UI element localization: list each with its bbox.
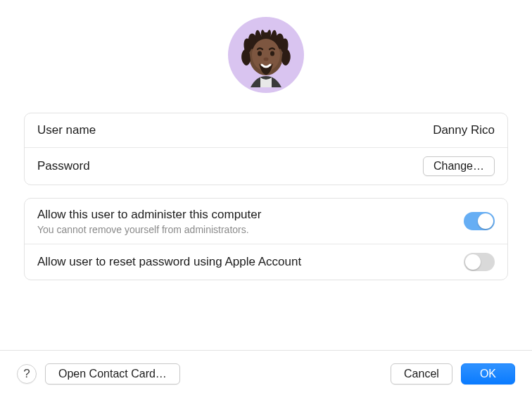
- dialog-footer: ? Open Contact Card… Cancel OK: [0, 350, 532, 400]
- username-row: User name Danny Rico: [25, 113, 507, 147]
- user-settings-dialog: User name Danny Rico Password Change… Al…: [0, 0, 532, 400]
- avatar-icon: [229, 18, 303, 92]
- user-avatar[interactable]: [228, 17, 304, 93]
- svg-point-3: [258, 51, 262, 56]
- toggle-knob: [465, 254, 481, 270]
- user-info-section: User name Danny Rico Password Change…: [24, 113, 508, 185]
- permissions-section: Allow this user to administer this compu…: [24, 198, 508, 280]
- username-label: User name: [37, 123, 96, 138]
- admin-text: Allow this user to administer this compu…: [37, 207, 261, 235]
- admin-row: Allow this user to administer this compu…: [25, 199, 507, 244]
- toggle-knob: [478, 213, 493, 229]
- cancel-button[interactable]: Cancel: [391, 363, 452, 385]
- svg-point-5: [264, 58, 269, 61]
- admin-label: Allow this user to administer this compu…: [37, 207, 261, 223]
- admin-toggle[interactable]: [464, 212, 495, 230]
- open-contact-card-button[interactable]: Open Contact Card…: [45, 363, 180, 385]
- reset-toggle[interactable]: [464, 253, 495, 271]
- dialog-content: User name Danny Rico Password Change… Al…: [0, 0, 532, 350]
- svg-point-4: [270, 51, 274, 56]
- ok-button[interactable]: OK: [461, 363, 515, 385]
- password-row: Password Change…: [25, 147, 507, 185]
- admin-sublabel: You cannot remove yourself from administ…: [37, 224, 261, 235]
- help-icon: ?: [23, 367, 30, 381]
- change-password-button[interactable]: Change…: [423, 156, 495, 176]
- reset-label: Allow user to reset password using Apple…: [37, 254, 301, 270]
- reset-password-row: Allow user to reset password using Apple…: [25, 244, 507, 280]
- help-button[interactable]: ?: [17, 364, 37, 384]
- username-value: Danny Rico: [433, 123, 495, 137]
- password-label: Password: [37, 158, 90, 174]
